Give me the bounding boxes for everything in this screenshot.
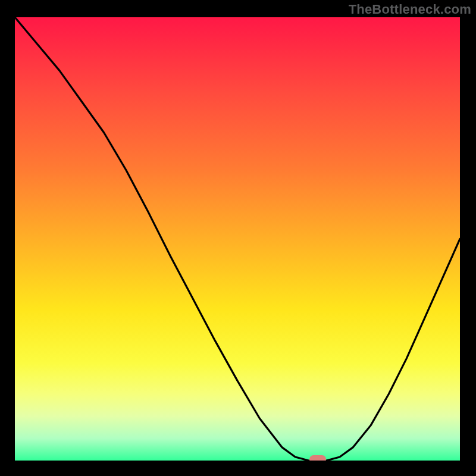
bottleneck-curve <box>15 17 460 461</box>
curve-path <box>15 17 460 461</box>
optimum-marker <box>309 455 326 461</box>
plot-area <box>15 17 460 461</box>
chart-frame: TheBottleneck.com <box>0 0 476 476</box>
watermark-label: TheBottleneck.com <box>349 2 471 17</box>
